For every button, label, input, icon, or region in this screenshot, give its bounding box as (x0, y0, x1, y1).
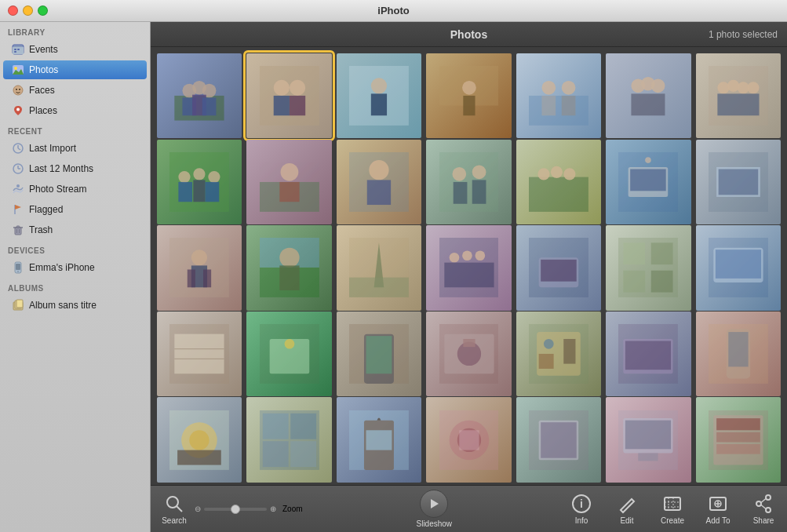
sidebar-item-faces[interactable]: Faces (3, 81, 147, 100)
svg-rect-158 (366, 430, 392, 450)
svg-rect-1 (13, 47, 24, 54)
photo-thumb[interactable] (246, 312, 331, 396)
photo-thumb[interactable] (516, 225, 601, 310)
recent-section-header: Recent (0, 121, 150, 138)
photo-thumb[interactable] (696, 53, 781, 138)
sidebar-label-photo-stream: Photo Stream (29, 184, 86, 195)
sidebar-label-photos: Photos (29, 64, 58, 75)
photo-thumb[interactable] (606, 312, 690, 396)
svg-marker-177 (431, 499, 439, 508)
svg-rect-121 (716, 250, 761, 279)
sidebar-item-photo-stream[interactable]: Photo Stream (3, 180, 147, 199)
photo-thumb[interactable] (696, 312, 781, 396)
close-button[interactable] (8, 5, 18, 16)
share-icon (752, 493, 774, 515)
zoom-label: Zoom (282, 505, 303, 513)
maximize-button[interactable] (38, 5, 48, 16)
photo-thumb[interactable] (246, 53, 331, 138)
svg-point-84 (537, 168, 549, 180)
photo-thumb[interactable] (516, 53, 601, 138)
photo-header: Photos 1 photo selected (151, 22, 787, 47)
photo-thumb[interactable] (516, 397, 601, 482)
zoom-slider[interactable] (204, 508, 267, 511)
sidebar-item-last-12-months[interactable]: Last 12 Months (3, 159, 147, 178)
photo-thumb[interactable] (337, 140, 421, 224)
info-button[interactable]: i Info (566, 493, 597, 525)
svg-rect-93 (718, 169, 758, 195)
sidebar-item-album-sans-titre[interactable]: Album sans titre (3, 296, 147, 315)
svg-point-45 (371, 78, 387, 93)
photo-thumb[interactable] (696, 397, 781, 482)
info-icon: i (570, 493, 592, 515)
titlebar: iPhoto (0, 0, 787, 22)
sidebar-item-emmas-iphone[interactable]: Emma's iPhone (3, 258, 147, 277)
photo-thumb[interactable] (696, 225, 781, 310)
albums-section-header: Albums (0, 278, 150, 295)
create-button[interactable]: Create (657, 493, 688, 525)
photo-thumb[interactable] (157, 140, 242, 224)
svg-point-40 (273, 80, 289, 96)
svg-point-80 (472, 165, 486, 179)
photo-thumb[interactable] (157, 312, 242, 396)
sidebar-item-last-import[interactable]: Last Import (3, 139, 147, 158)
svg-point-149 (190, 430, 210, 450)
last-12-months-icon (11, 162, 25, 176)
photo-thumb[interactable] (606, 53, 690, 138)
zoom-control: ⊖ ⊕ Zoom (195, 505, 303, 513)
svg-rect-97 (188, 270, 195, 288)
photo-thumb[interactable] (246, 225, 331, 310)
share-button[interactable]: Share (748, 493, 779, 525)
svg-rect-135 (463, 339, 475, 347)
svg-point-185 (766, 495, 771, 500)
svg-rect-82 (472, 180, 486, 203)
sidebar-item-photos[interactable]: Photos (3, 60, 147, 79)
slideshow-button[interactable]: Slideshow (416, 490, 452, 528)
svg-rect-150 (177, 450, 221, 465)
photo-thumb[interactable] (337, 312, 421, 396)
svg-rect-38 (202, 98, 217, 116)
sidebar-item-events[interactable]: Events (3, 40, 147, 59)
photo-thumb[interactable] (426, 225, 511, 310)
edit-button[interactable]: Edit (611, 493, 643, 525)
svg-rect-89 (631, 169, 667, 191)
svg-rect-110 (444, 263, 494, 288)
photo-thumb[interactable] (157, 397, 242, 482)
photo-thumb[interactable] (246, 140, 331, 224)
photo-thumb[interactable] (606, 225, 690, 310)
photo-thumb[interactable] (426, 53, 511, 138)
add-to-button[interactable]: Add To (702, 493, 734, 525)
svg-rect-21 (15, 228, 21, 235)
search-button[interactable]: Search (158, 493, 190, 525)
svg-rect-153 (290, 413, 316, 439)
photo-thumb[interactable] (426, 397, 511, 482)
photo-thumb[interactable] (426, 312, 511, 396)
sidebar-item-trash[interactable]: Trash (3, 220, 147, 239)
svg-rect-64 (717, 94, 759, 116)
svg-rect-154 (262, 441, 288, 467)
svg-rect-70 (194, 180, 206, 202)
sidebar-label-last-import: Last Import (29, 143, 76, 154)
photo-thumb[interactable] (337, 225, 421, 310)
devices-section-header: Devices (0, 240, 150, 257)
events-icon (11, 42, 25, 56)
svg-rect-69 (179, 182, 193, 202)
photo-thumb[interactable] (157, 53, 242, 138)
minimize-button[interactable] (23, 5, 33, 16)
photo-thumb[interactable] (157, 225, 242, 310)
svg-point-28 (17, 271, 19, 272)
photo-thumb[interactable] (516, 312, 601, 396)
photo-thumb[interactable] (606, 397, 690, 482)
sidebar-item-places[interactable]: Places (3, 101, 147, 120)
svg-line-14 (18, 148, 20, 150)
sidebar-item-flagged[interactable]: Flagged (3, 200, 147, 219)
photo-thumb[interactable] (246, 397, 331, 482)
photo-thumb[interactable] (696, 140, 781, 224)
photo-thumb[interactable] (337, 397, 421, 482)
svg-point-11 (16, 108, 20, 111)
photo-thumb[interactable] (606, 140, 690, 224)
photo-thumb[interactable] (426, 140, 511, 224)
photo-thumb[interactable] (337, 53, 421, 138)
svg-point-109 (475, 251, 485, 261)
toolbar-left: Search ⊖ ⊕ Zoom (158, 493, 303, 525)
photo-thumb[interactable] (516, 140, 601, 224)
